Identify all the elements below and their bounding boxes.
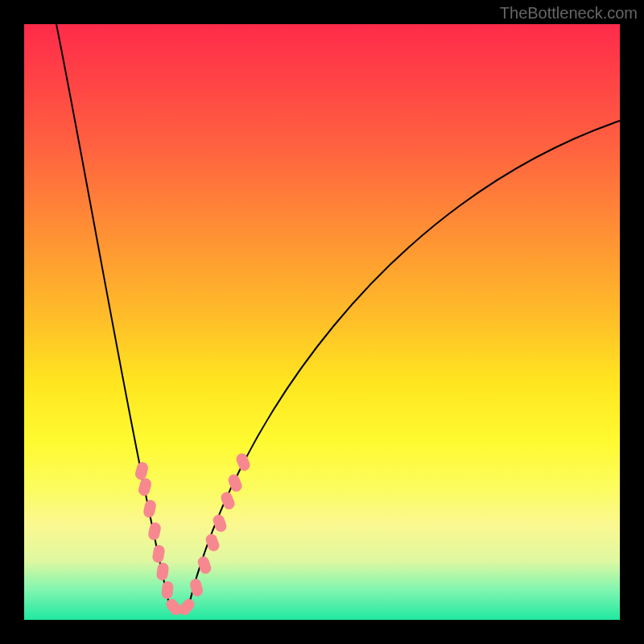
chart-plot-area: [24, 24, 620, 620]
bottleneck-curve: [56, 24, 620, 611]
chart-svg: [24, 24, 620, 620]
watermark-text: TheBottleneck.com: [500, 4, 638, 23]
